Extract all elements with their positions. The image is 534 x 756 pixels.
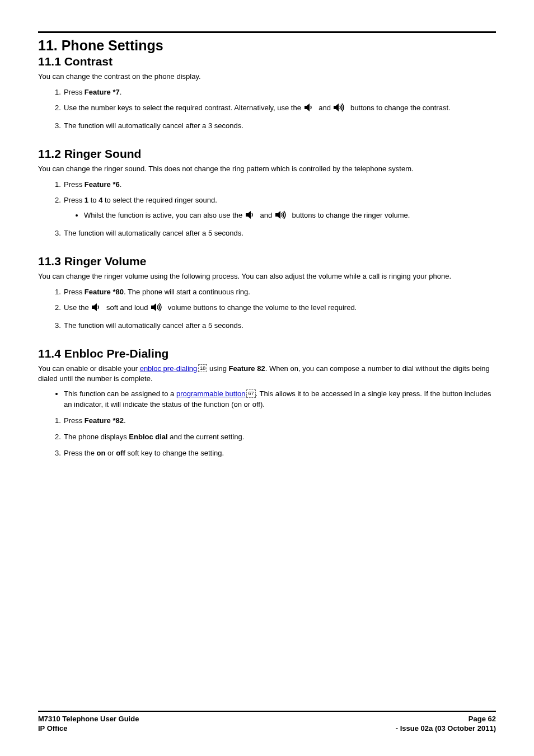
intro-11-4: You can enable or disable your enbloc pr… — [38, 364, 496, 383]
step: 3. The function will automatically cance… — [55, 121, 496, 132]
bullet: This function can be assigned to a progr… — [64, 389, 496, 410]
substeps: Whilst the function is active, you can a… — [84, 210, 496, 223]
footer-guide-title: M7310 Telephone User Guide — [38, 714, 139, 724]
page-ref-icon: 18 — [198, 364, 207, 372]
step: 1. Press Feature *7. — [55, 87, 496, 98]
bullets-11-4: This function can be assigned to a progr… — [64, 389, 496, 410]
footer-page-number: Page 62 — [469, 714, 496, 724]
heading-11-4: 11.4 Enbloc Pre-Dialing — [38, 347, 496, 360]
step: 3. The function will automatically cance… — [55, 228, 496, 239]
svg-marker-2 — [246, 211, 251, 219]
section-ringer-sound: 11.2 Ringer Sound You can change the rin… — [38, 147, 496, 239]
top-rule — [38, 31, 496, 33]
section-ringer-volume: 11.3 Ringer Volume You can change the ri… — [38, 255, 496, 331]
intro-11-3: You can change the ringer volume using t… — [38, 271, 496, 281]
volume-down-icon — [305, 103, 316, 115]
document-page: 11. Phone Settings 11.1 Contrast You can… — [0, 0, 534, 756]
chapter-title: 11. Phone Settings — [38, 37, 496, 54]
section-contrast: 11.1 Contrast You can change the contras… — [38, 55, 496, 132]
section-enbloc: 11.4 Enbloc Pre-Dialing You can enable o… — [38, 347, 496, 458]
step: 2. Press 1 to 4 to select the required r… — [55, 195, 496, 223]
page-footer: M7310 Telephone User Guide Page 62 IP Of… — [38, 711, 496, 734]
step: 1. Press Feature *82. — [55, 416, 496, 426]
footer-rule — [38, 711, 496, 712]
step: 2. The phone displays Enbloc dial and th… — [55, 432, 496, 443]
volume-up-icon — [334, 103, 347, 115]
footer-product: IP Office — [38, 724, 68, 734]
volume-up-icon — [275, 210, 289, 223]
heading-11-3: 11.3 Ringer Volume — [38, 255, 496, 268]
steps-11-3: 1. Press Feature *80. The phone will sta… — [55, 287, 496, 332]
svg-marker-0 — [305, 104, 310, 111]
step: 1. Press Feature *80. The phone will sta… — [55, 287, 496, 298]
footer-issue: - Issue 02a (03 October 2011) — [396, 724, 496, 734]
volume-up-icon — [151, 303, 165, 315]
steps-11-4: 1. Press Feature *82. 2. The phone displ… — [55, 416, 496, 459]
svg-marker-1 — [334, 104, 339, 111]
step: 3. Press the on or off soft key to chang… — [55, 448, 496, 459]
step: 2. Use the soft and loud volume buttons … — [55, 303, 496, 315]
page-ref-icon: 67 — [246, 389, 255, 398]
step: 3. The function will automatically cance… — [55, 321, 496, 331]
step: 1. Press Feature *6. — [55, 180, 496, 190]
intro-11-2: You can change the ringer sound. This do… — [38, 164, 496, 174]
substep: Whilst the function is active, you can a… — [84, 210, 496, 223]
link-programmable-button[interactable]: programmable button — [176, 389, 246, 398]
heading-11-1: 11.1 Contrast — [38, 55, 496, 68]
step: 2. Use the number keys to select the req… — [55, 103, 496, 115]
steps-11-2: 1. Press Feature *6. 2. Press 1 to 4 to … — [55, 180, 496, 239]
link-enbloc[interactable]: enbloc pre-dialing — [140, 364, 198, 373]
steps-11-1: 1. Press Feature *7. 2. Use the number k… — [55, 87, 496, 132]
volume-down-icon — [92, 303, 103, 315]
svg-marker-4 — [92, 303, 97, 311]
volume-down-icon — [246, 210, 257, 223]
svg-marker-5 — [151, 303, 156, 311]
intro-11-1: You can change the contrast on the phone… — [38, 72, 496, 82]
heading-11-2: 11.2 Ringer Sound — [38, 147, 496, 161]
svg-marker-3 — [275, 211, 280, 219]
